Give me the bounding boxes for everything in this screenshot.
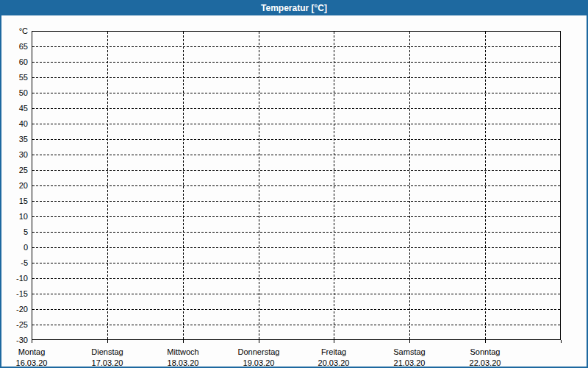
y-axis-tick-label: 30 (1, 150, 28, 160)
y-axis-tick-label: 60 (1, 57, 28, 67)
x-axis-day-label: Montag (0, 347, 72, 356)
y-axis-tick-label: -15 (1, 289, 28, 299)
x-axis-tick (561, 340, 562, 343)
x-axis-tick (334, 340, 334, 343)
x-axis-tick (259, 340, 259, 343)
y-axis-tick-label: -25 (1, 320, 28, 330)
x-axis-date-label: 17.03.20 (67, 358, 148, 367)
y-axis-tick-label: 0 (1, 243, 28, 252)
x-axis-day-label: Donnerstag (218, 347, 299, 356)
x-axis-day-label: Sonntag (445, 347, 526, 356)
chart-title-bar: Temperatur [°C] (1, 1, 587, 15)
y-axis-tick-label: 40 (1, 119, 28, 129)
x-axis-date-label: 18.03.20 (143, 358, 223, 367)
y-axis-tick-label: 50 (1, 88, 28, 98)
y-axis-tick-label: 20 (1, 181, 28, 191)
plot-area-border (32, 31, 561, 340)
x-axis-tick (485, 340, 486, 343)
x-axis-tick (409, 340, 410, 343)
y-axis-tick-label: 25 (1, 166, 28, 175)
x-axis-day-label: Freitag (293, 347, 374, 356)
y-axis-tick-label: -10 (1, 274, 28, 283)
y-axis-tick-label: 35 (1, 135, 28, 144)
y-axis-tick-label: -20 (1, 305, 28, 314)
x-axis-tick (183, 340, 184, 343)
x-axis-date-label: 21.03.20 (369, 358, 450, 367)
y-axis-tick-label: 55 (1, 73, 28, 82)
y-axis-tick-label: -30 (1, 336, 28, 345)
y-axis-tick-label: 15 (1, 197, 28, 206)
x-axis-day-label: Dienstag (67, 347, 148, 356)
x-axis-tick (32, 340, 32, 343)
x-axis-tick (107, 340, 108, 343)
x-axis-date-label: 22.03.20 (445, 358, 526, 367)
x-axis-date-label: 20.03.20 (293, 358, 374, 367)
x-axis-date-label: 16.03.20 (0, 358, 72, 367)
temperature-chart-window: Temperatur [°C] °C6560555045403530252015… (0, 0, 588, 368)
y-axis-unit-label: °C (1, 26, 28, 36)
x-axis-day-label: Samstag (369, 347, 450, 356)
y-axis-tick-label: 5 (1, 227, 28, 237)
y-axis-tick-label: 45 (1, 104, 28, 113)
y-axis-tick-label: 65 (1, 42, 28, 52)
y-axis-tick-label: 10 (1, 212, 28, 222)
y-axis-tick-label: -5 (1, 258, 28, 268)
x-axis-date-label: 19.03.20 (218, 358, 299, 367)
x-axis-day-label: Mittwoch (143, 347, 223, 356)
